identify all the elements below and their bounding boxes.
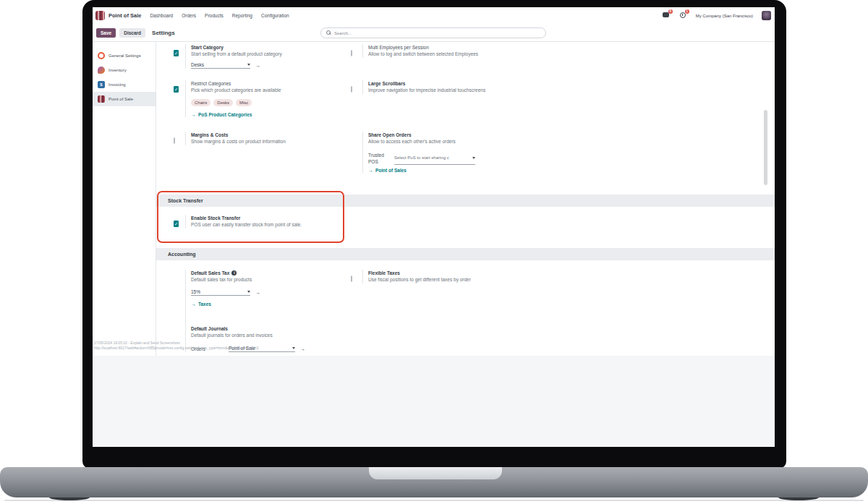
arrow-right-icon: →	[191, 302, 196, 307]
chat-bubble-icon	[663, 12, 669, 17]
sidebar-item-point-of-sale[interactable]: Point of Sale	[93, 92, 156, 106]
section-header-stock-transfer: Stock Transfer	[156, 195, 775, 207]
flexible-taxes-checkbox[interactable]	[351, 276, 352, 282]
laptop-screen: Point of Sale Dashboard Orders Products …	[93, 7, 775, 447]
activities-icon[interactable]: 1	[679, 12, 687, 20]
start-category-checkbox[interactable]: ✓	[174, 50, 179, 56]
internal-link-arrow-icon[interactable]: →	[255, 62, 260, 69]
search-input[interactable]: Search...	[320, 27, 546, 38]
caret-down-icon	[472, 157, 475, 159]
screenshot-watermark: 17/05/2024 19:05:10 - Explain and Send S…	[94, 341, 259, 351]
trusted-pos-select[interactable]: Select PoS to start sharing c	[394, 152, 475, 165]
tag-desks[interactable]: Desks	[213, 99, 233, 106]
taxes-link[interactable]: → Taxes	[191, 302, 333, 307]
save-button[interactable]: Save	[96, 28, 116, 38]
pos-product-categories-link[interactable]: → PoS Product Categories	[191, 112, 333, 117]
setting-share-open-orders: Share Open Orders Allow to access each o…	[351, 132, 637, 173]
caret-down-icon	[292, 347, 295, 349]
point-of-sale-icon	[98, 95, 105, 103]
vertical-scrollbar-thumb[interactable]	[764, 110, 767, 185]
setting-start-category: ✓ Start Category Start selling from a de…	[174, 44, 333, 69]
activities-badge: 1	[685, 9, 689, 14]
setting-label: Enable Stock Transfer	[191, 215, 333, 221]
laptop-shadow-line	[4, 500, 864, 501]
setting-desc: Pick which product categories are availa…	[191, 87, 333, 93]
point-of-sales-link[interactable]: → Point of Sales	[368, 168, 637, 173]
setting-label: Default Sales Tax i	[191, 270, 333, 276]
section-header-accounting: Accounting	[156, 248, 775, 260]
arrow-right-icon: →	[191, 112, 196, 117]
clock-icon	[680, 12, 686, 18]
setting-desc: Improve navigation for imprecise industr…	[368, 87, 637, 93]
setting-label: Margins & Costs	[191, 132, 333, 138]
laptop-mockup: Point of Sale Dashboard Orders Products …	[0, 0, 868, 504]
discard-button[interactable]: Discard	[119, 28, 145, 38]
messages-badge: 6	[668, 9, 673, 14]
sidebar-item-invoicing[interactable]: $ Invoicing	[93, 77, 156, 92]
setting-desc: POS user can easily transfer stock from …	[191, 221, 333, 228]
arrow-right-icon: →	[368, 168, 373, 173]
tag-misc[interactable]: Misc	[236, 99, 252, 106]
setting-multi-employees: Multi Employees per Session Allow to log…	[351, 44, 637, 58]
setting-label: Large Scrollbars	[368, 80, 637, 87]
setting-label: Flexible Taxes	[368, 270, 637, 276]
pos-app-icon[interactable]	[95, 11, 105, 20]
sidebar-item-inventory[interactable]: Inventory	[93, 63, 156, 77]
setting-desc: Start selling from a default product cat…	[191, 51, 333, 57]
top-navbar: Point of Sale Dashboard Orders Products …	[93, 7, 775, 24]
setting-large-scrollbars: Large Scrollbars Improve navigation for …	[351, 80, 637, 94]
multi-employees-checkbox[interactable]	[351, 50, 352, 56]
company-switcher[interactable]: My Company (San Francisco)	[696, 14, 753, 18]
setting-desc: Default sales tax for products	[191, 276, 333, 283]
margins-costs-checkbox[interactable]	[174, 137, 175, 144]
trusted-pos-label: Trusted POS	[368, 152, 394, 165]
setting-desc: Allow to access each other's active orde…	[368, 138, 637, 145]
category-tags: Chairs Desks Misc	[191, 99, 333, 106]
default-sales-tax-select[interactable]: 15%	[191, 289, 250, 296]
menu-orders[interactable]: Orders	[182, 13, 196, 18]
control-panel: Save Discard Settings Search...	[93, 24, 775, 42]
enable-stock-transfer-checkbox[interactable]: ✓	[174, 221, 179, 227]
caret-down-icon	[247, 291, 250, 293]
laptop-bezel: Point of Sale Dashboard Orders Products …	[82, 0, 786, 469]
odoo-settings-page: Point of Sale Dashboard Orders Products …	[93, 7, 775, 356]
setting-label: Restrict Categories	[191, 80, 333, 87]
search-placeholder: Search...	[334, 31, 352, 35]
sidebar-item-general-settings[interactable]: General Settings	[93, 48, 156, 63]
menu-configuration[interactable]: Configuration	[261, 13, 289, 18]
setting-restrict-categories: ✓ Restrict Categories Pick which product…	[174, 80, 333, 117]
setting-label: Start Category	[191, 44, 333, 51]
setting-label: Default Journals	[191, 325, 333, 332]
messages-icon[interactable]: 6	[663, 12, 671, 20]
page-title: Settings	[152, 30, 175, 36]
setting-label: Multi Employees per Session	[368, 44, 637, 51]
setting-desc: Use fiscal positions to get different ta…	[368, 276, 637, 283]
invoicing-icon: $	[98, 81, 105, 88]
menu-dashboard[interactable]: Dashboard	[150, 13, 173, 18]
search-icon	[326, 30, 331, 35]
menu-products[interactable]: Products	[205, 13, 224, 18]
general-settings-icon	[98, 52, 105, 59]
setting-margins-costs: Margins & Costs Show margins & costs on …	[174, 132, 333, 145]
start-category-select[interactable]: Desks	[191, 62, 250, 69]
settings-sidebar: General Settings Inventory $ Invoicing	[93, 42, 156, 356]
app-name[interactable]: Point of Sale	[109, 12, 141, 19]
user-avatar[interactable]	[762, 11, 771, 20]
stock-transfer-section: Stock Transfer ✓ Enable Stock Transfer P…	[156, 195, 775, 238]
large-scrollbars-checkbox[interactable]	[351, 86, 352, 93]
setting-desc: Show margins & costs on product informat…	[191, 138, 333, 145]
restrict-categories-checkbox[interactable]: ✓	[174, 86, 179, 93]
internal-link-arrow-icon[interactable]: →	[255, 289, 260, 296]
menu-reporting[interactable]: Reporting	[232, 13, 252, 18]
info-icon[interactable]: i	[231, 270, 237, 276]
setting-enable-stock-transfer: ✓ Enable Stock Transfer POS user can eas…	[174, 215, 333, 228]
setting-desc: Default journals for orders and invoices	[191, 332, 333, 338]
internal-link-arrow-icon[interactable]: →	[300, 346, 305, 352]
settings-main-panel: ✓ Start Category Start selling from a de…	[156, 42, 775, 356]
setting-default-sales-tax: Default Sales Tax i Default sales tax fo…	[174, 270, 333, 352]
inventory-icon	[98, 67, 105, 74]
setting-label: Share Open Orders	[368, 132, 637, 138]
laptop-notch	[369, 467, 502, 479]
caret-down-icon	[247, 64, 250, 66]
tag-chairs[interactable]: Chairs	[191, 99, 210, 106]
